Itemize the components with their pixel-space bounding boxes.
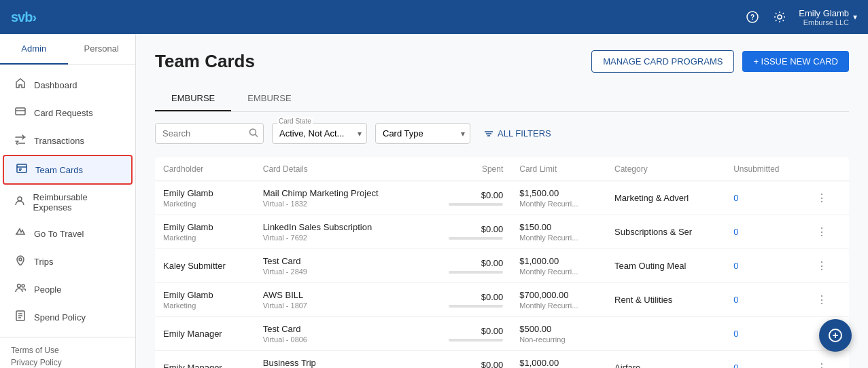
sidebar-item-card-requests[interactable]: Card Requests (3, 99, 133, 126)
tab-emburse-2[interactable]: EMBURSE (231, 86, 307, 111)
card-state-select[interactable]: Active, Not Act... Active Not Active (272, 123, 367, 144)
travel-icon (14, 227, 27, 240)
limit-value: $1,000.00 (519, 256, 598, 266)
transactions-icon (14, 134, 27, 147)
cardholder-name: Emily Manager (163, 329, 247, 339)
limit-sub: Monthly Recurri... (519, 268, 598, 276)
card-details-cell: Test Card Virtual - 0806 (255, 317, 422, 351)
table-row: Emily Glamb Marketing Mail Chimp Marketi… (155, 181, 849, 215)
limit-cell: $500.00 Non-recurring (511, 317, 606, 351)
manage-card-programs-button[interactable]: MANAGE CARD PROGRAMS (591, 50, 734, 73)
limit-value: $500.00 (519, 324, 598, 334)
category-cell: Airfare (606, 351, 725, 369)
card-details-sub: Virtual - 2849 (263, 268, 414, 276)
limit-sub: Monthly Recurri... (519, 301, 598, 310)
user-name: Emily Glamb (799, 8, 849, 18)
row-more-button[interactable]: ⋮ (812, 224, 831, 240)
home-icon (14, 78, 27, 92)
table-body: Emily Glamb Marketing Mail Chimp Marketi… (155, 181, 849, 369)
svg-point-9 (18, 197, 22, 201)
user-menu[interactable]: Emily Glamb Emburse LLC ▾ (799, 8, 857, 26)
card-name: Mail Chimp Marketing Project (263, 188, 414, 198)
cardholder-dept: Marketing (163, 234, 247, 242)
category-cell: Marketing & Adverl (606, 181, 725, 215)
table-header: Cardholder Card Details Spent Card Limit… (155, 158, 849, 181)
fab-button[interactable] (819, 319, 852, 352)
card-details-sub: Virtual - 0806 (263, 335, 414, 344)
search-icon-button[interactable] (249, 128, 258, 139)
card-name: Test Card (263, 324, 414, 334)
spent-value: $0.00 (481, 258, 504, 268)
unsubmitted-cell: 0 (725, 283, 804, 317)
col-category: Category (606, 158, 725, 181)
trips-icon (14, 255, 27, 268)
limit-sub: Monthly Recurri... (519, 200, 598, 208)
issue-new-card-button[interactable]: + ISSUE NEW CARD (742, 51, 849, 72)
cardholder-cell: Emily Manager (155, 317, 255, 351)
limit-value: $150.00 (519, 222, 598, 232)
row-more-button[interactable]: ⋮ (812, 360, 831, 368)
card-details-sub: Virtual - 1832 (263, 200, 414, 208)
card-requests-icon (14, 106, 27, 119)
unsubmitted-value: 0 (733, 261, 738, 271)
svg-line-18 (256, 134, 258, 137)
cardholder-cell: Emily Manager (155, 351, 255, 369)
svg-rect-5 (17, 164, 27, 172)
sidebar-item-go-to-travel[interactable]: Go To Travel (3, 220, 133, 247)
svg-rect-3 (16, 108, 25, 115)
sidebar-item-trips[interactable]: Trips (3, 248, 133, 275)
spent-value: $0.00 (481, 292, 504, 302)
limit-cell: $1,000.00 Monthly Recurri... (511, 249, 606, 283)
sidebar-item-dashboard[interactable]: Dashboard (3, 71, 133, 98)
card-type-select[interactable]: Card Type Virtual Physical (375, 123, 470, 144)
cardholder-cell: Emily Glamb Marketing (155, 215, 255, 249)
unsubmitted-value: 0 (733, 329, 738, 339)
col-card-limit: Card Limit (511, 158, 606, 181)
progress-bar (449, 305, 503, 308)
svg-point-17 (250, 129, 256, 135)
unsubmitted-cell: 0 (725, 181, 804, 215)
card-details-sub: Virtual - 1807 (263, 301, 414, 310)
limit-value: $1,500.00 (519, 188, 598, 198)
card-details-cell: AWS BILL Virtual - 1807 (255, 283, 422, 317)
sidebar-tab-admin[interactable]: Admin (0, 34, 68, 65)
tab-emburse-1[interactable]: EMBURSE (155, 86, 231, 111)
card-name: Business Trip (263, 358, 414, 368)
spent-cell: $0.00 (421, 181, 511, 215)
row-more-button[interactable]: ⋮ (812, 292, 831, 308)
team-cards-icon (15, 163, 29, 177)
row-more-button[interactable]: ⋮ (812, 258, 831, 274)
page-title: Team Cards (155, 51, 255, 72)
terms-link[interactable]: Terms of Use (11, 346, 124, 355)
row-more-button[interactable]: ⋮ (812, 190, 831, 206)
category-value: Team Outing Meal (614, 261, 687, 271)
spent-value: $0.00 (481, 224, 504, 234)
cards-table: Cardholder Card Details Spent Card Limit… (155, 158, 849, 368)
category-value: Marketing & Adverl (614, 193, 689, 203)
settings-icon[interactable] (771, 9, 788, 25)
all-filters-button[interactable]: ALL FILTERS (479, 126, 557, 141)
sidebar-tab-personal[interactable]: Personal (68, 34, 136, 65)
sidebar-item-spend-policy[interactable]: Spend Policy (3, 303, 133, 331)
logo-area: svb› (11, 10, 36, 25)
table-row: Emily Manager Test Card Virtual - 0806 $… (155, 317, 849, 351)
category-value: Airfare (614, 363, 640, 368)
help-icon[interactable]: ? (744, 9, 761, 25)
sidebar-item-transactions[interactable]: Transactions (3, 127, 133, 154)
sidebar-item-team-cards[interactable]: Team Cards (3, 155, 133, 185)
card-name: AWS BILL (263, 290, 414, 300)
progress-bar (449, 237, 503, 240)
sidebar-item-reimbursable-expenses[interactable]: Reimbursable Expenses (3, 185, 133, 219)
cardholder-name: Emily Glamb (163, 188, 247, 198)
unsubmitted-value: 0 (733, 363, 738, 368)
user-chevron: ▾ (853, 12, 857, 22)
unsubmitted-value: 0 (733, 193, 738, 203)
svg-point-2 (778, 15, 782, 19)
sidebar-item-people[interactable]: People (3, 276, 133, 303)
privacy-link[interactable]: Privacy Policy (11, 358, 124, 367)
spent-value: $0.00 (481, 190, 504, 200)
page-header: Team Cards MANAGE CARD PROGRAMS + ISSUE … (155, 50, 849, 73)
search-input[interactable] (155, 123, 264, 144)
spent-cell: $0.00 (421, 215, 511, 249)
spent-value: $0.00 (481, 326, 504, 336)
